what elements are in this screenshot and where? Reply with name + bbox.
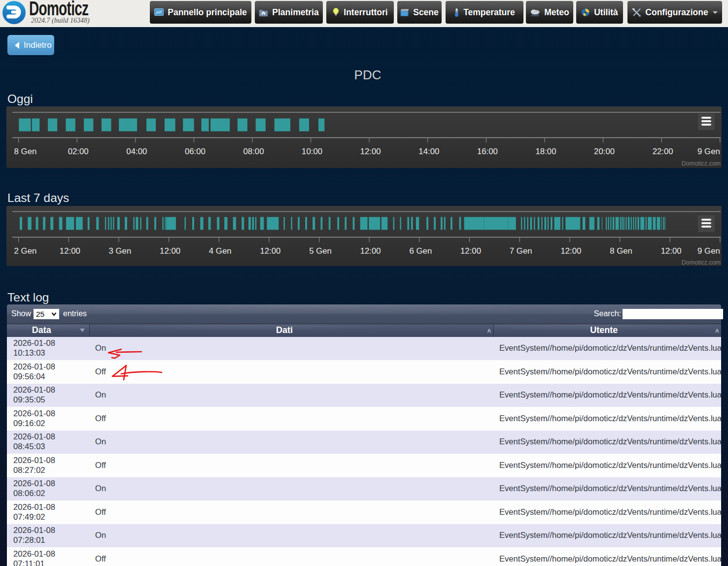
svg-text:6 Gen: 6 Gen: [410, 246, 432, 256]
svg-text:5 Gen: 5 Gen: [309, 246, 332, 256]
svg-text:20:00: 20:00: [594, 147, 615, 156]
svg-text:04:00: 04:00: [126, 147, 147, 156]
svg-text:Domoticz.com: Domoticz.com: [682, 160, 721, 166]
svg-text:12:00: 12:00: [260, 246, 280, 256]
svg-text:02:00: 02:00: [68, 147, 89, 156]
svg-text:12:00: 12:00: [560, 246, 581, 256]
svg-text:8 Gen: 8 Gen: [14, 147, 37, 156]
svg-text:8 Gen: 8 Gen: [610, 246, 632, 256]
svg-text:9 Gen: 9 Gen: [697, 246, 720, 256]
svg-text:06:00: 06:00: [185, 147, 206, 156]
svg-text:12:00: 12:00: [460, 246, 481, 256]
svg-text:Domoticz.com: Domoticz.com: [682, 259, 721, 266]
svg-text:2 Gen: 2 Gen: [14, 246, 37, 256]
svg-text:12:00: 12:00: [160, 246, 180, 256]
svg-text:3 Gen: 3 Gen: [109, 246, 132, 256]
svg-text:08:00: 08:00: [243, 147, 264, 156]
svg-text:12:00: 12:00: [60, 246, 80, 256]
svg-text:12:00: 12:00: [360, 246, 381, 256]
svg-text:22:00: 22:00: [653, 147, 673, 156]
svg-text:18:00: 18:00: [536, 147, 556, 156]
svg-text:16:00: 16:00: [477, 147, 498, 156]
svg-text:9 Gen: 9 Gen: [697, 147, 720, 156]
svg-text:10:00: 10:00: [302, 147, 322, 156]
svg-text:14:00: 14:00: [418, 147, 439, 156]
svg-text:4 Gen: 4 Gen: [209, 246, 232, 256]
svg-text:12:00: 12:00: [360, 147, 381, 156]
svg-text:12:00: 12:00: [661, 246, 682, 256]
svg-text:7 Gen: 7 Gen: [510, 246, 532, 256]
